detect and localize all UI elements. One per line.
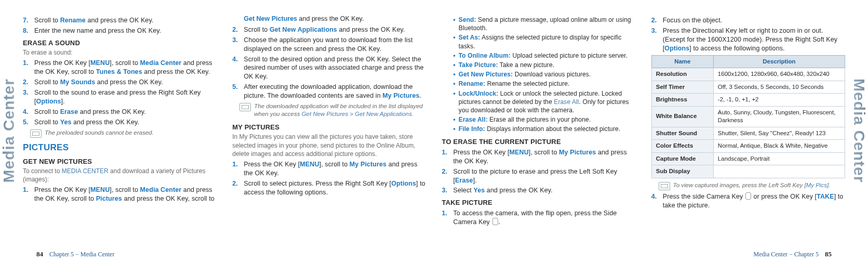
note-icon	[659, 182, 670, 190]
page-number: 84	[36, 250, 43, 259]
bullet-item: Set As: Assigns the selected picture to …	[453, 33, 636, 50]
bullet-item: Rename: Rename the selected picture.	[453, 80, 636, 88]
table-row: White BalanceAuto, Sunny, Cloudy, Tungst…	[651, 106, 845, 127]
bullet-item: Lock/Unlock: Lock or unlock the selected…	[453, 89, 636, 115]
camera-key-icon	[745, 192, 751, 200]
list-item: 7.Scroll to Rename and press the OK Key.	[23, 16, 217, 25]
list-item: 1.Press the OK Key [MENU], scroll to My …	[232, 160, 426, 178]
subtext: To connect to MEDIA CENTER and download …	[23, 167, 217, 184]
bullet-item: Take Picture: Take a new picture.	[453, 61, 636, 69]
list-item: 3.Choose the application you want to dow…	[232, 36, 426, 54]
list-item: 1.Press the OK Key [MENU], scroll to Med…	[23, 59, 217, 76]
heading-erase-sound: ERASE A SOUND	[23, 38, 217, 48]
note-icon	[239, 103, 251, 111]
heading-pictures: PICTURES	[23, 142, 217, 154]
heading-get-new-pictures: GET NEW PICTURES	[23, 157, 217, 166]
column-4: 2.Focus on the object. 3.Press the Direc…	[651, 15, 845, 249]
table-row: Color EffectsNormal, Antique, Black & Wh…	[651, 140, 845, 153]
bullet-item: Send: Send a picture message, upload onl…	[453, 16, 636, 32]
bullet-item: File Info: Displays information about th…	[453, 125, 636, 133]
list-item: 1.To access the camera, with the flip op…	[442, 209, 636, 227]
heading-take-picture: TAKE PICTURE	[442, 198, 636, 207]
bullet-item: To Online Album: Upload selected picture…	[453, 51, 636, 60]
column-2: Get New Pictures and press the OK Key. 2…	[232, 15, 426, 249]
note-icon	[30, 129, 42, 138]
note: The preloaded sounds cannot be erased.	[30, 129, 217, 138]
page-number: 85	[825, 250, 832, 259]
subtext: In My Pictures you can view all the pict…	[232, 133, 426, 158]
list-item: 2.Scroll to the picture to erase and pre…	[442, 167, 636, 185]
camera-key-icon	[492, 218, 498, 225]
table-row: Capture ModeLandscape, Portrait	[651, 152, 845, 165]
table-row: Self TimerOff, 3 Seconds, 5 Seconds, 10 …	[651, 81, 845, 94]
th-desc: Description	[713, 55, 845, 68]
note: The downloaded application will be inclu…	[239, 102, 426, 119]
footer-right: Media Center − Chapter 5 85	[754, 250, 832, 259]
column-3: Send: Send a picture message, upload onl…	[442, 15, 636, 249]
list-item: 5.Scroll to Yes and press the OK Key.	[23, 118, 217, 127]
th-name: Name	[651, 55, 713, 68]
bullet-item: Get New Pictures: Download various pictu…	[453, 70, 636, 79]
table-row: Shutter SoundShutter, Silent, Say "Cheez…	[651, 127, 845, 140]
note: To view captured images, press the Left …	[659, 181, 845, 190]
list-item: 8.Enter the new name and press the OK Ke…	[23, 27, 217, 35]
column-1: 7.Scroll to Rename and press the OK Key.…	[23, 15, 217, 249]
list-item: 4.Scroll to the desired option and press…	[232, 55, 426, 82]
subtext: To erase a sound:	[23, 48, 217, 57]
list-item: 4.Scroll to Erase and press the OK Key.	[23, 108, 217, 116]
bullet-item: Erase All: Erase all the pictures in you…	[453, 115, 636, 124]
list-item: 3.Select Yes and press the OK Key.	[442, 186, 636, 195]
list-item: 2.Scroll to Get New Applications and pre…	[232, 25, 426, 34]
list-item: 1.Press the OK Key [MENU], scroll to Med…	[23, 186, 217, 203]
list-item: 2.Focus on the object.	[651, 16, 845, 25]
list-item: 4.Press the side Camera Key or press the…	[651, 192, 845, 210]
list-item: 5.After executing the downloaded applica…	[232, 83, 426, 100]
list-item: 1.Press the OK Key [MENU], scroll to My …	[442, 148, 636, 166]
list-item: 2.Scroll to select pictures. Press the R…	[232, 179, 426, 197]
heading-erase-current: TO ERASE THE CURRENT PICTURE	[442, 137, 636, 147]
table-row: Sub Display	[651, 165, 845, 178]
list-item: 3.Press the Directional Key left or righ…	[651, 27, 845, 53]
heading-my-pictures: MY PICTURES	[232, 123, 426, 132]
footer-text: Chapter 5 − Media Center	[49, 250, 114, 258]
page-spread: 7.Scroll to Rename and press the OK Key.…	[23, 15, 845, 249]
list-item: 2.Scroll to My Sounds and press the OK K…	[23, 78, 217, 87]
list-item: 3.Scroll to the sound to erase and press…	[23, 88, 217, 106]
footer-left: 84 Chapter 5 − Media Center	[36, 250, 114, 259]
side-label-left: Media Center	[0, 0, 18, 261]
options-table: NameDescription Resolution1600x1200, 128…	[651, 55, 845, 178]
footer-text: Media Center − Chapter 5	[754, 250, 819, 258]
table-row: Brightness-2, -1, 0, +1, +2	[651, 94, 845, 107]
side-label-right: Media Center	[850, 0, 868, 261]
table-row: Resolution1600x1200, 1280x960, 640x480, …	[651, 68, 845, 81]
